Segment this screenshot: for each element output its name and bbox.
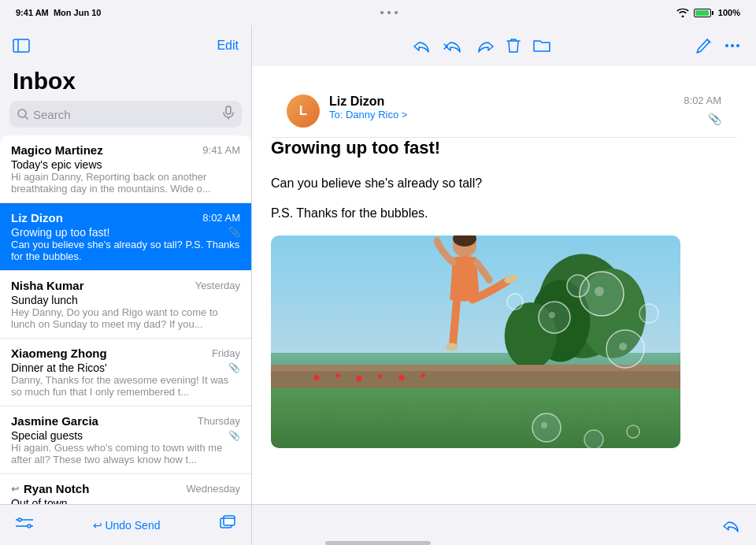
svg-point-42 [619, 343, 627, 350]
svg-rect-13 [224, 516, 235, 525]
mail-preview: Can you believe she's already so tall? P… [11, 239, 240, 262]
status-time: 9:41 AM Mon Jun 10 [16, 8, 101, 17]
mail-time: Thursday [198, 415, 240, 427]
attachment-icon: 📎 [228, 362, 240, 373]
sidebar-icon [13, 39, 30, 53]
email-body-text-1: Can you believe she's already so tall? [271, 174, 737, 193]
more-button[interactable] [724, 43, 740, 48]
search-bar[interactable]: Search [9, 101, 242, 128]
more-icon [724, 43, 740, 48]
sidebar-toggle-button[interactable] [13, 39, 30, 53]
mail-preview: Danny, Thanks for the awesome evening! I… [11, 374, 240, 398]
mic-icon [223, 106, 234, 123]
svg-point-17 [736, 44, 739, 47]
email-image-container [271, 235, 680, 448]
wifi-icon [676, 8, 689, 17]
svg-point-44 [567, 275, 589, 297]
forward-icon [476, 39, 494, 53]
new-window-icon [220, 515, 235, 531]
compose-icon [696, 38, 712, 54]
svg-rect-4 [226, 106, 231, 114]
email-toolbar [252, 25, 756, 66]
email-timestamp: 8:02 AM [684, 95, 721, 106]
reply-bottom-button[interactable] [723, 518, 740, 532]
mail-sender: Liz Dizon [11, 211, 63, 224]
svg-point-54 [627, 425, 639, 438]
undo-send-button[interactable]: ↩ Undo Send [93, 519, 161, 532]
email-toolbar-right [696, 38, 740, 54]
edit-button[interactable]: Edit [217, 39, 239, 53]
svg-point-51 [541, 422, 547, 428]
mail-time: Friday [212, 347, 240, 359]
mail-preview: Hey Danny, Do you and Rigo want to come … [11, 306, 240, 330]
status-right: 100% [676, 8, 740, 17]
folder-icon [533, 39, 550, 53]
mail-item-magico[interactable]: Magico Martinez 9:41 AM Today's epic vie… [0, 135, 251, 203]
mail-item-liz[interactable]: Liz Dizon 8:02 AM Growing up too fast! 📎… [0, 203, 251, 271]
email-from: Liz Dizon [329, 95, 674, 109]
reply-button[interactable] [413, 39, 431, 53]
svg-point-16 [731, 44, 734, 47]
email-detail-panel: L Liz Dizon To: Danny Rico > 8:02 AM 📎 G… [252, 25, 756, 545]
mail-preview: Hi again. Guess who's coming to town wit… [11, 442, 240, 465]
trash-button[interactable] [506, 38, 521, 54]
mail-item-nisha[interactable]: Nisha Kumar Yesterday Sunday lunch Hey D… [0, 271, 251, 339]
new-window-button[interactable] [220, 515, 235, 535]
email-header: L Liz Dizon To: Danny Rico > 8:02 AM 📎 [271, 82, 737, 138]
svg-point-48 [639, 304, 658, 323]
battery-icon [694, 9, 713, 17]
attachment-icon: 📎 [228, 227, 240, 238]
svg-point-50 [532, 413, 561, 442]
mail-subject: Today's epic views [11, 158, 240, 171]
battery-percent: 100% [718, 8, 740, 17]
bubbles-svg [271, 247, 680, 449]
reply-icon [413, 39, 431, 53]
app-container: Edit Inbox Search [0, 25, 756, 545]
mail-sender: ↩ Ryan Notch [11, 482, 89, 495]
email-body-container: L Liz Dizon To: Danny Rico > 8:02 AM 📎 G… [252, 66, 756, 504]
mail-sender: Jasmine Garcia [11, 414, 98, 428]
mail-subject: Special guests 📎 [11, 429, 240, 442]
email-body-text-2: P.S. Thanks for the bubbles. [271, 204, 737, 223]
svg-line-3 [25, 117, 28, 119]
email-toolbar-left [268, 38, 696, 54]
svg-point-38 [539, 302, 570, 333]
mail-list-panel: Edit Inbox Search [0, 25, 252, 545]
mail-item-jasmine[interactable]: Jasmine Garcia Thursday Special guests 📎… [0, 406, 251, 474]
svg-point-46 [507, 294, 523, 310]
mail-sender: Xiaomeng Zhong [11, 347, 107, 360]
mail-item-ryan[interactable]: ↩ Ryan Notch Wednesday Out of town Howdy… [0, 474, 251, 504]
search-placeholder: Search [33, 108, 71, 121]
status-dots [380, 11, 398, 14]
filter-icon [16, 516, 33, 530]
svg-point-39 [549, 312, 555, 318]
compose-button[interactable] [696, 38, 712, 54]
inbox-title: Inbox [13, 68, 239, 95]
mail-item-xiaomeng[interactable]: Xiaomeng Zhong Friday Dinner at the Rico… [0, 339, 251, 406]
svg-point-36 [595, 287, 604, 296]
email-meta: Liz Dizon To: Danny Rico > [329, 95, 674, 120]
forward-button[interactable] [476, 39, 494, 53]
mail-subject: Sunday lunch [11, 294, 240, 306]
undo-send-label: ↩ Undo Send [93, 519, 161, 532]
mail-subject: Out of town [11, 497, 240, 504]
mail-subject: Growing up too fast! 📎 [11, 226, 240, 239]
svg-rect-0 [13, 39, 29, 52]
trash-icon [506, 38, 521, 54]
forward-indicator: ↩ [11, 484, 19, 495]
reply-bottom-icon [723, 518, 740, 532]
svg-point-53 [584, 430, 603, 449]
mail-time: 8:02 AM [202, 212, 240, 224]
sender-avatar: L [287, 95, 320, 128]
reply-all-button[interactable] [443, 39, 464, 53]
folder-button[interactable] [533, 39, 550, 53]
mail-time: Yesterday [195, 280, 240, 291]
mail-list: Magico Martinez 9:41 AM Today's epic vie… [0, 135, 251, 504]
reply-all-icon [443, 39, 464, 53]
email-to[interactable]: To: Danny Rico > [329, 109, 674, 120]
filter-button[interactable] [16, 516, 33, 534]
attachment-icon: 📎 [228, 430, 240, 441]
email-subject: Growing up too fast! [271, 138, 737, 158]
email-bottom-bar [252, 504, 756, 545]
home-indicator [325, 541, 431, 545]
